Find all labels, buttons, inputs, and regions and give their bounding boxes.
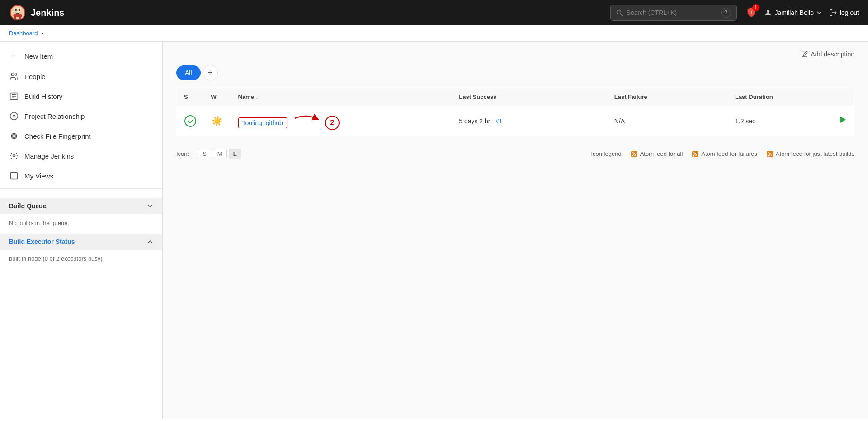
icon-size-l-button[interactable]: L [229,149,241,159]
sort-arrow-icon: ↓ [256,94,259,100]
svg-point-19 [13,115,15,117]
svg-point-20 [14,136,14,136]
main-content: Add description All + S W Name ↓ [163,42,868,419]
tab-add-button[interactable]: + [203,65,218,80]
sidebar-item-label: Manage Jenkins [24,152,74,160]
col-header-name: Name ↓ [231,88,452,106]
build-executor-node: built-in node (0 of 2 executors busy) [9,255,103,262]
bottom-bar: REST API Jenkins 2.401.1 [0,419,868,421]
icon-size-s-button[interactable]: S [198,149,211,159]
col-header-s: S [177,88,204,106]
table-row: ☀️ Tooling_github [177,106,854,136]
svg-point-30 [767,155,769,156]
build-executor-section: Build Executor Status built-in node (0 o… [0,234,162,267]
sidebar-item-label: Check File Fingerprint [24,132,91,140]
my-views-icon [9,171,19,180]
status-success-icon [184,115,196,127]
icon-size-buttons: S M L [198,149,241,159]
rss-failures-icon [692,150,699,158]
jenkins-logo-icon [9,4,26,21]
job-last-success-cell: 5 days 2 hr #1 [452,106,607,136]
build-executor-header[interactable]: Build Executor Status [0,234,162,250]
sidebar-item-new-item[interactable]: + New Item [0,46,162,66]
play-icon [839,116,847,124]
sidebar-item-label: Project Relationship [24,112,85,120]
sidebar-item-check-file-fingerprint[interactable]: Check File Fingerprint [0,126,162,146]
job-name-link[interactable]: Tooling_github [238,117,287,128]
svg-point-8 [617,10,621,14]
svg-point-18 [10,112,18,120]
build-executor-title[interactable]: Build Executor Status [9,238,75,245]
col-header-run [831,88,854,106]
people-icon [9,72,19,81]
add-description-button[interactable]: Add description [802,51,854,58]
svg-rect-22 [11,173,18,179]
tab-add-icon: + [208,68,212,78]
jenkins-logo-link[interactable]: Jenkins [9,4,64,21]
run-job-button[interactable] [839,116,847,126]
atom-feed-latest-label: Atom feed for just latest builds [776,150,854,157]
build-history-icon [9,92,19,101]
svg-point-4 [19,9,20,11]
fingerprint-icon [9,131,19,140]
col-header-last-duration: Last Duration [728,88,831,106]
breadcrumb-dashboard[interactable]: Dashboard [9,30,38,37]
table-header: S W Name ↓ Last Success Last Failure Las… [177,88,854,106]
breadcrumb-separator: › [42,30,43,37]
icon-legend-link[interactable]: Icon legend [591,150,621,157]
sidebar-divider [0,188,162,189]
build-queue-empty: No builds in the queue. [9,220,69,226]
jobs-table: S W Name ↓ Last Success Last Failure Las… [176,88,854,136]
sidebar-item-project-relationship[interactable]: Project Relationship [0,106,162,126]
search-input[interactable] [627,9,717,16]
svg-rect-6 [14,16,16,20]
search-bar[interactable]: ? [610,5,737,21]
icon-label: Icon: [176,150,189,157]
svg-point-21 [13,155,15,157]
security-badge-count: 1 [752,4,760,11]
build-queue-title: Build Queue [9,202,46,210]
atom-feed-all-link[interactable]: Atom feed for all [631,150,683,158]
sidebar-item-build-history[interactable]: Build History [0,86,162,106]
tab-all[interactable]: All [176,65,201,80]
logout-button[interactable]: log out [829,9,859,17]
user-menu[interactable]: Jamillah Bello [764,9,822,17]
atom-feed-failures-link[interactable]: Atom feed for failures [692,150,757,158]
sidebar-item-manage-jenkins[interactable]: Manage Jenkins [0,146,162,166]
weather-icon: ☀️ [212,116,223,126]
job-weather-cell: ☀️ [204,106,231,136]
job-last-failure-cell: N/A [607,106,728,136]
search-icon [616,9,623,16]
svg-point-28 [693,155,694,156]
logout-label: log out [840,9,859,16]
footer-bar: Icon: S M L Icon legend Atom feed for al… [176,143,854,161]
build-queue-content: No builds in the queue. [0,214,162,232]
user-icon [764,9,772,17]
svg-line-9 [620,14,622,15]
svg-point-3 [15,9,17,11]
search-help-button[interactable]: ? [721,8,731,18]
security-badge[interactable]: ! 1 [746,7,757,19]
job-last-duration-cell: 1.2 sec [728,106,831,136]
svg-point-11 [767,10,769,13]
tab-all-label: All [185,69,192,76]
chevron-down-icon [147,203,153,209]
build-queue-header[interactable]: Build Queue [0,198,162,214]
sidebar-item-my-views[interactable]: My Views [0,166,162,186]
annotation-circle: 2 [325,116,340,130]
build-number-link[interactable]: #1 [495,118,502,125]
sidebar-item-people[interactable]: People [0,66,162,86]
project-relationship-icon [9,112,19,121]
svg-text:!: ! [750,10,752,15]
col-header-last-failure: Last Failure [607,88,728,106]
job-run-cell [831,106,854,136]
last-success-time: 5 days 2 hr [459,117,490,125]
content-header: Add description [176,51,854,58]
build-executor-content: built-in node (0 of 2 executors busy) [0,250,162,267]
atom-feed-latest-link[interactable]: Atom feed for just latest builds [766,150,854,158]
sidebar: + New Item People [0,42,163,419]
col-header-w: W [204,88,231,106]
icon-size-m-button[interactable]: M [213,149,227,159]
table-body: ☀️ Tooling_github [177,106,854,136]
sidebar-item-label: New Item [24,52,53,60]
